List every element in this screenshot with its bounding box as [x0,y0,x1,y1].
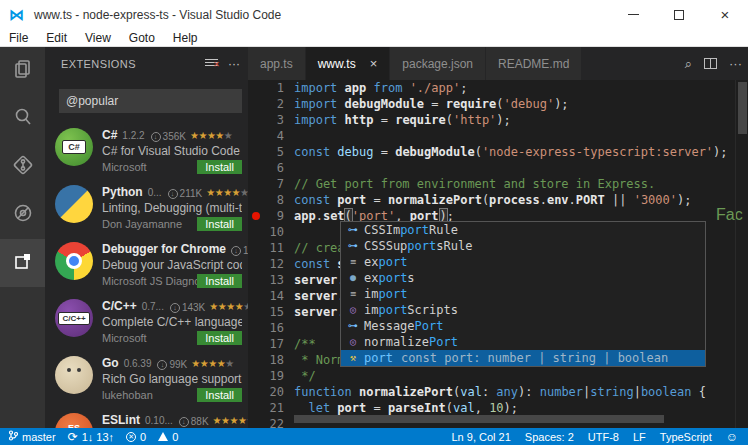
editor-horizontal-scrollbar[interactable] [294,414,734,424]
extension-item-debugger-for-chrome[interactable]: Debugger for Chrome↓148Debug your JavaSc… [45,235,248,292]
star-icon: ★ [206,187,214,198]
gutter[interactable]: 7 [248,176,294,192]
extension-item-go[interactable]: Go0.6.39↓99K★★★★★Rich Go language suppor… [45,349,248,406]
status-language-mode[interactable]: TypeScript [660,431,712,443]
split-editor-icon[interactable] [704,58,717,69]
status-cursor-position[interactable]: Ln 9, Col 21 [452,431,511,443]
download-icon: ↓ [170,303,180,313]
keyword-suggestion-icon: ≡ [345,286,361,302]
minimize-button[interactable] [610,0,656,29]
interface-suggestion-icon: ⊶ [345,318,361,334]
preview-icon[interactable]: ⌕ [685,56,692,72]
gutter[interactable]: 21 [248,400,294,416]
code-line[interactable]: 3import http = require('http'); [248,112,748,128]
code-line[interactable]: 20function normalizePort(val: any): numb… [248,384,748,400]
extension-item-c-[interactable]: C#C#1.2.2↓356K★★★★★C# for Visual Studio … [45,121,248,178]
status-git-sync[interactable]: ⟳1↓ 13↑ [68,430,114,444]
suggestion-normalizePort[interactable]: ◎normalizePort [341,334,705,350]
ellipsis-icon[interactable]: ··· [729,56,742,71]
status-feedback[interactable]: ☺ [726,430,738,444]
clear-search-icon[interactable]: ✕ [205,57,218,71]
gutter[interactable]: 3 [248,112,294,128]
extension-downloads: ↓143K [170,302,205,313]
status-encoding[interactable]: UTF-8 [588,431,619,443]
code-line[interactable]: 7// Get port from environment and store … [248,176,748,192]
maximize-button[interactable] [656,0,702,29]
code-line[interactable]: 1import app from './app'; [248,80,748,96]
suggestion-MessagePort[interactable]: ⊶MessagePort [341,318,705,334]
suggestion-CSSSupportsRule[interactable]: ⊶CSSSupportsRule [341,238,705,254]
gutter[interactable]: 12 [248,256,294,272]
suggestion-port[interactable]: ⚒portconst port: number | string | boole… [341,350,705,366]
activity-source-control[interactable] [0,143,45,191]
tab-package-json[interactable]: package.json [390,47,486,80]
suggestion-import[interactable]: ≡import [341,286,705,302]
gutter[interactable]: 18 [248,352,294,368]
close-button[interactable]: × [702,0,748,29]
install-button[interactable]: Install [197,217,242,231]
gutter[interactable]: 10 [248,224,294,240]
install-button[interactable]: Install [197,388,242,402]
suggestion-export[interactable]: ≡export [341,254,705,270]
gutter[interactable]: 2 [248,96,294,112]
install-button[interactable]: Install [197,160,242,174]
tab-README-md[interactable]: README.md [486,47,582,80]
gutter[interactable]: 16 [248,320,294,336]
gutter[interactable]: 15 [248,304,294,320]
extensions-search-input[interactable] [59,89,242,113]
gutter[interactable]: 5 [248,144,294,160]
menu-file[interactable]: File [0,29,37,47]
gutter[interactable]: 14 [248,288,294,304]
activity-search[interactable] [0,95,45,143]
extension-item-c-c-[interactable]: C/C++C/C++0.7...↓143K★★★★★Complete C/C++… [45,292,248,349]
gutter[interactable]: 20 [248,384,294,400]
menu-goto[interactable]: Goto [120,29,164,47]
extension-downloads: ↓99K [157,359,187,370]
code-line[interactable]: 19 */ [248,368,748,384]
gutter[interactable]: 6 [248,160,294,176]
gutter[interactable]: 11 [248,240,294,256]
sidebar-more-actions-icon[interactable]: ··· [228,57,240,71]
close-tab-icon[interactable]: × [370,56,378,71]
menu-edit[interactable]: Edit [37,29,76,47]
menu-view[interactable]: View [76,29,120,47]
activity-extensions[interactable] [0,239,45,287]
tab-www-ts[interactable]: www.ts× [306,47,391,80]
gutter[interactable]: 19 [248,368,294,384]
tab-app-ts[interactable]: app.ts [248,47,306,80]
code-line[interactable]: 8const port = normalizePort(process.env.… [248,192,748,208]
code-line[interactable]: 6 [248,160,748,176]
status-indentation[interactable]: Spaces: 2 [525,431,574,443]
install-button[interactable]: Install [197,274,242,288]
code-line[interactable]: 2import debugModule = require('debug'); [248,96,748,112]
gutter[interactable]: 1 [248,80,294,96]
gutter[interactable]: 13 [248,272,294,288]
status-eol[interactable]: LF [633,431,646,443]
status-git-branch[interactable]: master [8,430,56,443]
code-line[interactable]: 5const debug = debugModule('node-express… [248,144,748,160]
extension-item-python[interactable]: Python0...↓211K★★★★★Linting, Debugging (… [45,178,248,235]
gutter[interactable]: 9 [248,208,294,224]
gutter[interactable]: 8 [248,192,294,208]
suggestion-exports[interactable]: ●exports [341,270,705,286]
status-errors[interactable]: ✕0 [126,431,146,443]
window-title: www.ts - node-express-ts - Visual Studio… [34,8,281,22]
gutter[interactable]: 22 [248,416,294,428]
code-line[interactable]: 4 [248,128,748,144]
editor-vertical-scrollbar[interactable] [735,80,748,428]
extension-rating: ★★★★★ [190,130,232,141]
suggestion-importScripts[interactable]: ◎importScripts [341,302,705,318]
line-number: 11 [270,240,284,256]
menu-help[interactable]: Help [164,29,207,47]
activity-debug[interactable] [0,191,45,239]
gutter[interactable]: 17 [248,336,294,352]
extension-item-eslint[interactable]: ESLintESLint0.10...↓88K★★★★★Integrates E… [45,406,248,428]
breakpoint-icon[interactable] [252,212,260,220]
activity-explorer[interactable] [0,47,45,95]
extension-description: Linting, Debugging (multi-t... [102,201,242,215]
status-warnings[interactable]: 0 [158,431,178,443]
errors-icon: ✕ [126,432,136,442]
suggestion-CSSImportRule[interactable]: ⊶CSSImportRule [341,222,705,238]
gutter[interactable]: 4 [248,128,294,144]
install-button[interactable]: Install [197,331,242,345]
